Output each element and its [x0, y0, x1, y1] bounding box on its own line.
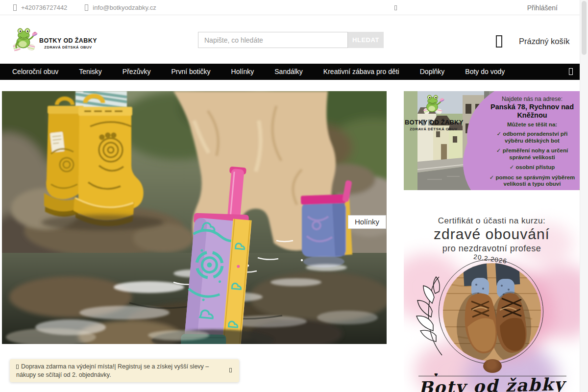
frog-logo-icon — [422, 92, 445, 117]
hero-slide-image[interactable]: Holínky — [2, 91, 387, 344]
nav-item-holinky[interactable]: Holínky — [221, 64, 265, 80]
certificate-banner[interactable]: Certifikát o účasti na kurzu: zdravé obo… — [404, 203, 580, 392]
scrollbar-thumb[interactable] — [582, 1, 587, 55]
logo-text: BOTKY OD ŽABKY ZDRAVÁ DĚTSKÁ OBUV — [39, 37, 97, 55]
store-list-item: ✓ přeměření nohy a určení správné veliko… — [489, 147, 576, 161]
nav-item-sandalky[interactable]: Sandálky — [264, 64, 313, 80]
store-list-item: ✓ pomoc se správným výběrem velikosti a … — [489, 174, 576, 188]
certificate-subtitle: pro nezdravotní profese — [404, 244, 580, 254]
nav-item-doplnky[interactable]: Doplňky — [410, 64, 455, 80]
main-nav: Celoroční obuv Tenisky Přezůvky První bo… — [0, 64, 580, 80]
phone-link[interactable]: +420736727442 — [13, 4, 67, 11]
store-list-item: ✓ osobní přístup — [489, 164, 576, 171]
search-button[interactable]: HLEDAT — [348, 32, 384, 48]
search-input[interactable] — [198, 32, 348, 48]
search-bar: HLEDAT — [198, 32, 384, 48]
store-address: Panská 78, Rychnov nad Kněžnou — [489, 103, 576, 120]
email-link[interactable]: info@botkyodzabky.cz — [85, 4, 156, 11]
certificate-title: Certifikát o účasti na kurzu: — [404, 216, 580, 226]
social-icon[interactable] — [394, 5, 397, 10]
brand-name: BOTKY OD ŽABKY — [405, 119, 463, 126]
hero-caption[interactable]: Holínky — [348, 215, 386, 229]
phone-icon — [13, 4, 17, 11]
store-list-title: Můžete se těšit na: — [489, 122, 576, 127]
store-banner-logo: BOTKY OD ŽABKY ZDRAVÁ DĚTSKÁ OBUV — [405, 92, 463, 131]
shipping-icon — [16, 365, 19, 369]
nav-item-celorocni-obuv[interactable]: Celoroční obuv — [0, 64, 69, 80]
toast-message: Doprava zdarma na výdejní místa!| Regist… — [16, 363, 222, 379]
brand-tagline: ZDRAVÁ DĚTSKÁ OBUV — [39, 45, 97, 49]
header: BOTKY OD ŽABKY ZDRAVÁ DĚTSKÁ OBUV HLEDAT… — [0, 16, 580, 64]
email-address: info@botkyodzabky.cz — [93, 4, 156, 11]
frog-logo-icon — [12, 24, 38, 55]
nav-item-prvni-boticky[interactable]: První botičky — [161, 64, 220, 80]
cart-status: Prázdný košík — [519, 37, 570, 46]
vertical-scrollbar[interactable] — [580, 0, 588, 392]
store-banner-text: Najdete nás na adrese: Panská 78, Rychno… — [489, 96, 576, 190]
nav-item-prezuvky[interactable]: Přezůvky — [112, 64, 161, 80]
topbar: +420736727442 info@botkyodzabky.cz Přihl… — [0, 0, 580, 15]
logo[interactable]: BOTKY OD ŽABKY ZDRAVÁ DĚTSKÁ OBUV — [12, 24, 97, 55]
login-link[interactable]: Přihlášení — [527, 4, 558, 12]
cart-icon — [496, 35, 502, 48]
store-intro: Najdete nás na adrese: — [489, 96, 576, 102]
cart[interactable]: Prázdný košík — [496, 30, 570, 48]
shoe-toe-detail — [483, 359, 502, 373]
page: +420736727442 info@botkyodzabky.cz Přihl… — [0, 0, 588, 392]
close-icon[interactable] — [229, 368, 232, 372]
nav-search-icon[interactable] — [569, 68, 573, 75]
store-location-banner[interactable]: BOTKY OD ŽABKY ZDRAVÁ DĚTSKÁ OBUV Najdet… — [404, 91, 580, 190]
leaf-decoration — [408, 272, 457, 360]
nav-item-tenisky[interactable]: Tenisky — [69, 64, 112, 80]
nav-item-kreativni-zabava[interactable]: Kreativní zábava pro děti — [313, 64, 410, 80]
store-list-item: ✓ odborné poradenství při výběru dětskýc… — [489, 131, 576, 144]
nav-item-boty-do-vody[interactable]: Boty do vody — [455, 64, 515, 80]
phone-number: +420736727442 — [21, 4, 67, 11]
brand-tagline: ZDRAVÁ DĚTSKÁ OBUV — [405, 127, 463, 131]
certificate-course: zdravé obouvání — [404, 226, 580, 243]
shoes-photo — [443, 263, 541, 361]
brand-name: BOTKY OD ŽABKY — [39, 37, 97, 44]
promo-toast: Doprava zdarma na výdejní místa!| Regist… — [10, 359, 239, 382]
email-icon — [85, 4, 88, 11]
